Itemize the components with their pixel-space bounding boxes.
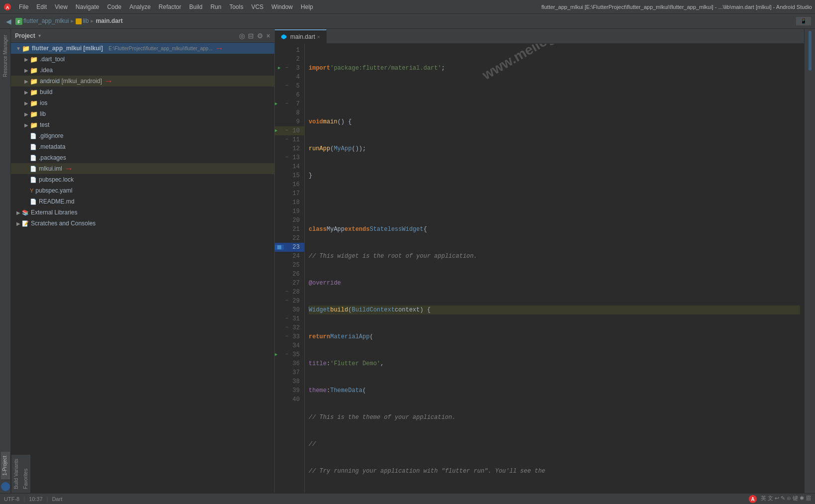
tree-item-lib[interactable]: ▶ 📁 lib [11, 108, 274, 119]
folder-icon-ios: 📁 [30, 100, 38, 107]
linenum-11: 11 [290, 135, 300, 144]
menu-window[interactable]: Window [267, 2, 297, 11]
tree-item-packages[interactable]: 📄 .packages [11, 152, 274, 163]
code-lines[interactable]: import 'package:flutter/material.dart'; … [305, 44, 804, 493]
gutter-row-18: 18 [275, 198, 304, 207]
breadcrumb-sep-2: ▸ [91, 17, 94, 24]
run-gutter-3[interactable]: ▶ [275, 64, 284, 73]
tree-label-mlkui-iml: mlkui.iml [39, 165, 62, 172]
tree-item-root[interactable]: ▼ 📁 flutter_app_mlkui [mlkui] E:\Flutter… [11, 43, 274, 54]
gutter-row-17: 17 [275, 189, 304, 198]
code-editor[interactable]: www.meilogku.com 1 2 ▶ [275, 44, 804, 493]
menu-analyze[interactable]: Analyze [125, 2, 155, 11]
device-button[interactable]: 📱 [796, 17, 811, 25]
tab-main-dart[interactable]: main.dart × [275, 29, 327, 43]
file-icon-mlkui-iml: 📄 [30, 166, 37, 172]
tree-item-pubspec-yaml[interactable]: Y pubspec.yaml [11, 185, 274, 196]
arrow-annotation-iml: → [64, 164, 73, 174]
menu-run[interactable]: Run [207, 2, 226, 11]
breadcrumb: Fflutter_app_mlkui ▸ lib ▸ main.dart [15, 17, 122, 25]
tree-item-readme[interactable]: 📄 README.md [11, 196, 274, 207]
gutter-row-22: 22 [275, 234, 304, 243]
status-encoding[interactable]: UTF-8 [4, 496, 19, 502]
gutter-row-4: 4 [275, 73, 304, 82]
resource-manager-tab[interactable]: Resource Manager [1, 31, 9, 81]
tree-label-lib: lib [40, 110, 46, 117]
breadcrumb-file[interactable]: main.dart [96, 17, 122, 24]
tree-label-android: android [mlkui_android] [40, 78, 102, 85]
gutter-row-35: ▶ − 35 [275, 350, 304, 359]
gutter-row-25: 25 [275, 261, 304, 270]
linenum-5: 5 [290, 82, 300, 91]
svg-rect-4 [76, 18, 82, 24]
tree-item-android[interactable]: ▶ 📁 android [mlkui_android] → [11, 76, 274, 87]
nav-bar: ◀ Fflutter_app_mlkui ▸ lib ▸ main.dart 📱 [0, 14, 815, 29]
tree-item-mlkui-iml[interactable]: 📄 mlkui.iml → [11, 163, 274, 174]
menu-build[interactable]: Build [185, 2, 207, 11]
tab-close-icon[interactable]: × [317, 34, 320, 40]
breadcrumb-project[interactable]: Fflutter_app_mlkui [15, 17, 69, 25]
tree-item-build[interactable]: ▶ 📁 build [11, 87, 274, 98]
tree-item-metadata[interactable]: 📄 .metadata [11, 141, 274, 152]
fold-3[interactable]: − [284, 64, 290, 73]
code-line-6 [309, 198, 800, 207]
menu-refactor[interactable]: Refactor [155, 2, 185, 11]
code-line-7: class MyApp extends StatelessWidget { [309, 225, 800, 234]
menu-edit[interactable]: Edit [32, 2, 51, 11]
file-tree: ▼ 📁 flutter_app_mlkui [mlkui] E:\Flutter… [11, 43, 274, 454]
tree-item-ext-libs[interactable]: ▶ 📚 External Libraries [11, 207, 274, 218]
file-icon-packages: 📄 [30, 155, 37, 161]
tree-item-dart-tool[interactable]: ▶ 📁 .dart_tool [11, 54, 274, 65]
menu-navigate[interactable]: Navigate [72, 2, 103, 11]
scratches-icon: 📝 [22, 220, 29, 227]
panel-collapse-icon[interactable]: ⊟ [248, 32, 254, 40]
code-line-14: // This is the theme of your application… [309, 413, 800, 422]
linenum-32: 32 [290, 323, 300, 332]
gutter-row-24: 24 [275, 252, 304, 261]
panel-settings-icon[interactable]: ⚙ [257, 32, 263, 40]
favorites-tab[interactable]: Favorites [21, 455, 30, 493]
menu-code[interactable]: Code [103, 2, 125, 11]
build-variants-tab[interactable]: Build Variants [11, 455, 21, 493]
tree-item-gitignore[interactable]: 📄 .gitignore [11, 130, 274, 141]
code-line-15: // [309, 440, 800, 449]
panel-title[interactable]: Project [15, 32, 35, 39]
linenum-6: 6 [290, 91, 300, 100]
expand-arrow-scratches: ▶ [15, 221, 22, 226]
menu-file[interactable]: File [15, 2, 32, 11]
gutter-row-8: 8 [275, 108, 304, 117]
back-button[interactable]: ◀ [4, 16, 13, 26]
tree-item-pubspec-lock[interactable]: 📄 pubspec.lock [11, 174, 274, 185]
breadcrumb-lib[interactable]: lib [76, 17, 89, 24]
nav-bar-right: 📱 [796, 17, 811, 25]
panel-locate-icon[interactable]: ◎ [239, 32, 245, 40]
code-line-3: void main() { [309, 117, 800, 126]
tree-item-ios[interactable]: ▶ 📁 ios [11, 98, 274, 108]
menu-view[interactable]: View [51, 2, 72, 11]
file-icon-pubspec-yaml: Y [30, 188, 33, 194]
panel-header: Project ▾ ◎ ⊟ ⚙ × [11, 29, 274, 43]
tree-label-scratches: Scratches and Consoles [31, 220, 96, 227]
tree-item-scratches[interactable]: ▶ 📝 Scratches and Consoles [11, 218, 274, 229]
menu-tools[interactable]: Tools [226, 2, 247, 11]
status-right: A 英 文 ↩ ✎ ⊙ 键 ✱ 眉 [748, 495, 811, 504]
tree-item-idea[interactable]: ▶ 📁 .idea [11, 65, 274, 76]
file-icon-pubspec-lock: 📄 [30, 177, 37, 183]
scrollbar-thumb[interactable] [809, 31, 812, 71]
app-icon: A [3, 2, 12, 11]
folder-icon-build: 📁 [30, 89, 38, 96]
linenum-2: 2 [290, 55, 300, 64]
code-line-8: // This widget is the root of your appli… [309, 252, 800, 261]
structure-dot[interactable] [1, 482, 10, 491]
project-tab[interactable]: 1-Project [1, 452, 10, 480]
panel-close-icon[interactable]: × [266, 32, 270, 40]
panel-dropdown-icon[interactable]: ▾ [38, 33, 41, 38]
linenum-27: 27 [290, 279, 300, 288]
tree-item-test[interactable]: ▶ 📁 test [11, 119, 274, 130]
menu-vcs[interactable]: VCS [247, 2, 268, 11]
linenum-31: 31 [290, 314, 300, 323]
linenum-14: 14 [290, 162, 300, 171]
linenum-39: 39 [290, 386, 300, 395]
expand-arrow-test: ▶ [23, 122, 30, 128]
menu-help[interactable]: Help [297, 2, 317, 11]
